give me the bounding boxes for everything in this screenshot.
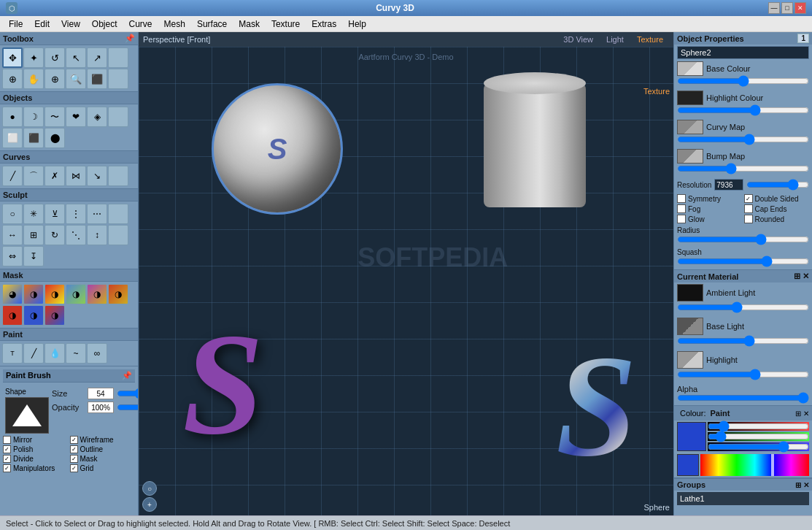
- tool11[interactable]: ⬛: [87, 69, 107, 89]
- tool6[interactable]: [108, 47, 128, 68]
- menu-curve[interactable]: Curve: [123, 18, 158, 31]
- obj6[interactable]: [108, 107, 128, 127]
- bump-map-swatch[interactable]: [677, 149, 703, 164]
- obj-blob[interactable]: ❤: [66, 107, 86, 127]
- mask8[interactable]: ◑: [23, 305, 44, 326]
- highlight-colour-swatch[interactable]: [677, 91, 703, 105]
- curve3[interactable]: ✗: [45, 166, 65, 186]
- sculpt3[interactable]: ⊻: [45, 204, 65, 224]
- highlight-swatch[interactable]: [677, 351, 703, 369]
- curvy-map-swatch[interactable]: [677, 120, 703, 134]
- sculpt12[interactable]: [108, 225, 128, 245]
- glow-checkbox[interactable]: [677, 215, 686, 223]
- nav-rotate[interactable]: ○: [142, 481, 157, 496]
- mask9[interactable]: ◑: [45, 305, 65, 326]
- object-name-input[interactable]: [677, 46, 809, 59]
- sculpt8[interactable]: ⊞: [23, 225, 44, 245]
- pan-tool[interactable]: ✋: [23, 69, 44, 89]
- mirror-checkbox[interactable]: [3, 436, 11, 444]
- move-tool[interactable]: ✦: [23, 47, 44, 68]
- paint-blur[interactable]: ∞: [87, 343, 107, 364]
- sculpt11[interactable]: ↕: [87, 225, 107, 245]
- tab-texture[interactable]: Texture: [631, 34, 669, 45]
- divide-checkbox[interactable]: ✓: [3, 455, 11, 463]
- double-sided-check-item[interactable]: Double Sided: [744, 194, 810, 203]
- menu-help[interactable]: Help: [342, 18, 372, 31]
- mirror-check-item[interactable]: Mirror: [3, 436, 69, 444]
- sculpt1[interactable]: ○: [2, 204, 23, 224]
- symmetry-checkbox[interactable]: [677, 194, 686, 203]
- menu-file[interactable]: File: [3, 18, 28, 31]
- hue-picker[interactable]: [700, 454, 809, 476]
- curve4[interactable]: ⋈: [66, 166, 86, 186]
- menu-mask[interactable]: Mask: [233, 18, 266, 31]
- highlight-slider[interactable]: [677, 370, 809, 379]
- viewport-canvas[interactable]: Aartform Curvy 3D - Demo Texture S S S S…: [139, 47, 673, 515]
- radius-slider[interactable]: [677, 235, 809, 244]
- tool12[interactable]: [108, 69, 128, 89]
- squash-slider[interactable]: [677, 257, 809, 266]
- outline-checkbox[interactable]: ✓: [70, 445, 78, 453]
- minimize-button[interactable]: —: [768, 2, 780, 14]
- cylinder-object[interactable]: [484, 83, 586, 207]
- ambient-light-swatch[interactable]: [677, 284, 703, 302]
- paint-smear[interactable]: ~: [66, 343, 86, 364]
- ambient-light-slider[interactable]: [677, 303, 809, 312]
- menu-extras[interactable]: Extras: [306, 18, 342, 31]
- cap-ends-checkbox[interactable]: [744, 204, 753, 213]
- mask5[interactable]: ◑: [87, 284, 107, 304]
- mask6[interactable]: ◑: [108, 284, 128, 304]
- mask3[interactable]: ◑: [45, 284, 65, 304]
- obj-sphere[interactable]: ●: [2, 107, 23, 127]
- sphere-object[interactable]: S: [212, 83, 343, 215]
- curve1[interactable]: ╱: [2, 166, 23, 186]
- close-button[interactable]: ✕: [794, 2, 806, 14]
- arrow-tool[interactable]: ↖: [66, 47, 86, 68]
- divide-check-item[interactable]: ✓ Divide: [3, 455, 69, 463]
- rotate-tool[interactable]: ↺: [45, 47, 65, 68]
- sculpt2[interactable]: ✳: [23, 204, 44, 224]
- sculpt7[interactable]: ↔: [2, 225, 23, 245]
- paint-text[interactable]: T: [2, 343, 23, 364]
- curve2[interactable]: ⌒: [23, 166, 44, 186]
- mask-check-item[interactable]: ✓ Mask: [70, 455, 136, 463]
- mask4[interactable]: ◑: [66, 284, 86, 304]
- menu-surface[interactable]: Surface: [191, 18, 233, 31]
- group-lathe[interactable]: Lathe1: [677, 492, 809, 505]
- rounded-check-item[interactable]: Rounded: [744, 215, 810, 223]
- blue-slider[interactable]: [708, 442, 809, 451]
- sculpt9[interactable]: ↻: [45, 225, 65, 245]
- mask2[interactable]: ◑: [23, 284, 44, 304]
- opacity-value[interactable]: 100%: [88, 402, 114, 413]
- base-light-slider[interactable]: [677, 337, 809, 345]
- wireframe-checkbox[interactable]: ✓: [70, 436, 78, 444]
- colour-small-swatch[interactable]: [677, 454, 699, 476]
- alpha-slider[interactable]: [677, 393, 809, 402]
- brush-shape-preview[interactable]: [5, 397, 49, 434]
- grid-check-item[interactable]: ✓ Grid: [70, 464, 136, 472]
- nav-pan[interactable]: +: [142, 497, 157, 512]
- obj-wave[interactable]: 〜: [45, 107, 65, 127]
- toolbox-pin[interactable]: 📌: [125, 34, 135, 43]
- zoom-out-tool[interactable]: 🔍: [66, 69, 86, 89]
- symmetry-check-item[interactable]: Symmetry: [677, 194, 743, 203]
- manipulators-check-item[interactable]: ✓ Manipulators: [3, 464, 69, 472]
- menu-view[interactable]: View: [55, 18, 86, 31]
- red-slider[interactable]: [708, 422, 809, 431]
- rounded-checkbox[interactable]: [744, 215, 753, 223]
- highlight-colour-slider[interactable]: [677, 106, 809, 115]
- glow-check-item[interactable]: Glow: [677, 215, 743, 223]
- polish-check-item[interactable]: ✓ Polish: [3, 445, 69, 453]
- fog-check-item[interactable]: Fog: [677, 204, 743, 213]
- obj-cube[interactable]: ⬜: [2, 128, 23, 148]
- polish-checkbox[interactable]: ✓: [3, 445, 11, 453]
- colour-main-swatch[interactable]: [677, 422, 706, 451]
- wireframe-check-item[interactable]: ✓ Wireframe: [70, 436, 136, 444]
- curvy-map-slider[interactable]: [677, 135, 809, 144]
- obj-crescent[interactable]: ☽: [23, 107, 44, 127]
- grid-checkbox[interactable]: ✓: [70, 464, 78, 472]
- current-material-icons[interactable]: ⊞ ✕: [794, 272, 809, 281]
- texture-tab-label[interactable]: Texture: [643, 87, 670, 96]
- mask7[interactable]: ◑: [2, 305, 23, 326]
- base-colour-swatch[interactable]: [677, 61, 703, 76]
